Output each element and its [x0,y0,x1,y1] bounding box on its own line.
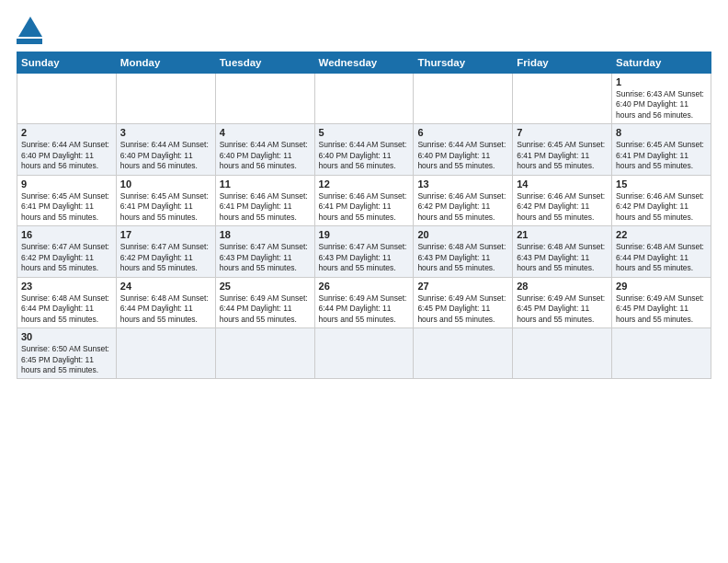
day-info: Sunrise: 6:46 AM Sunset: 6:41 PM Dayligh… [319,191,410,223]
day-number: 13 [417,178,508,190]
day-info: Sunrise: 6:48 AM Sunset: 6:44 PM Dayligh… [616,242,707,273]
day-info: Sunrise: 6:44 AM Sunset: 6:40 PM Dayligh… [120,140,211,171]
day-number: 15 [616,178,707,190]
day-info: Sunrise: 6:45 AM Sunset: 6:41 PM Dayligh… [517,140,608,171]
header [17,15,711,44]
day-number: 1 [616,76,707,87]
calendar-cell [414,328,513,379]
calendar-cell: 22Sunrise: 6:48 AM Sunset: 6:44 PM Dayli… [612,226,711,277]
calendar-cell: 6Sunrise: 6:44 AM Sunset: 6:40 PM Daylig… [414,124,513,175]
day-info: Sunrise: 6:46 AM Sunset: 6:42 PM Dayligh… [616,191,707,223]
calendar-cell: 5Sunrise: 6:44 AM Sunset: 6:40 PM Daylig… [314,124,414,175]
day-info: Sunrise: 6:45 AM Sunset: 6:41 PM Dayligh… [120,191,211,223]
page: Sunday Monday Tuesday Wednesday Thursday… [0,0,728,563]
day-info: Sunrise: 6:48 AM Sunset: 6:43 PM Dayligh… [417,242,508,273]
header-friday: Friday [513,52,612,74]
header-tuesday: Tuesday [215,52,314,74]
calendar-cell: 12Sunrise: 6:46 AM Sunset: 6:41 PM Dayli… [314,175,414,225]
day-info: Sunrise: 6:46 AM Sunset: 6:42 PM Dayligh… [417,191,508,223]
calendar-cell: 20Sunrise: 6:48 AM Sunset: 6:43 PM Dayli… [414,226,513,277]
header-sunday: Sunday [17,52,117,74]
calendar-cell [513,328,612,379]
day-info: Sunrise: 6:49 AM Sunset: 6:45 PM Dayligh… [616,293,707,325]
calendar-table: Sunday Monday Tuesday Wednesday Thursday… [17,52,711,379]
day-info: Sunrise: 6:44 AM Sunset: 6:40 PM Dayligh… [319,140,410,171]
day-number: 29 [616,281,707,292]
day-info: Sunrise: 6:45 AM Sunset: 6:41 PM Dayligh… [616,140,707,171]
header-wednesday: Wednesday [314,52,414,74]
day-number: 5 [319,127,410,138]
calendar-cell: 11Sunrise: 6:46 AM Sunset: 6:41 PM Dayli… [215,175,314,225]
day-info: Sunrise: 6:48 AM Sunset: 6:43 PM Dayligh… [517,242,608,273]
day-info: Sunrise: 6:47 AM Sunset: 6:42 PM Dayligh… [21,242,112,273]
calendar-cell: 15Sunrise: 6:46 AM Sunset: 6:42 PM Dayli… [612,175,711,225]
day-number: 25 [220,281,311,292]
day-info: Sunrise: 6:49 AM Sunset: 6:45 PM Dayligh… [417,293,508,325]
day-number: 14 [517,178,608,190]
calendar-cell [513,74,612,124]
logo [17,15,48,44]
calendar-cell: 28Sunrise: 6:49 AM Sunset: 6:45 PM Dayli… [513,277,612,327]
day-number: 21 [517,229,608,240]
calendar-cell [314,328,414,379]
day-info: Sunrise: 6:49 AM Sunset: 6:44 PM Dayligh… [220,293,311,325]
calendar-cell: 9Sunrise: 6:45 AM Sunset: 6:41 PM Daylig… [17,175,117,225]
day-number: 3 [120,127,211,138]
calendar-cell: 26Sunrise: 6:49 AM Sunset: 6:44 PM Dayli… [314,277,414,327]
calendar-row: 9Sunrise: 6:45 AM Sunset: 6:41 PM Daylig… [17,175,711,225]
day-info: Sunrise: 6:44 AM Sunset: 6:40 PM Dayligh… [21,140,112,171]
day-number: 17 [120,229,211,240]
day-info: Sunrise: 6:46 AM Sunset: 6:42 PM Dayligh… [517,191,608,223]
day-number: 12 [319,178,410,190]
calendar-cell: 7Sunrise: 6:45 AM Sunset: 6:41 PM Daylig… [513,124,612,175]
calendar-cell [215,74,314,124]
header-monday: Monday [116,52,215,74]
day-number: 26 [319,281,410,292]
calendar-row: 2Sunrise: 6:44 AM Sunset: 6:40 PM Daylig… [17,124,711,175]
calendar-cell [116,328,215,379]
day-number: 20 [417,229,508,240]
calendar-cell: 2Sunrise: 6:44 AM Sunset: 6:40 PM Daylig… [17,124,117,175]
day-number: 23 [21,281,112,292]
day-number: 6 [417,127,508,138]
header-saturday: Saturday [612,52,711,74]
day-number: 11 [220,178,311,190]
day-number: 8 [616,127,707,138]
day-info: Sunrise: 6:43 AM Sunset: 6:40 PM Dayligh… [616,89,707,121]
day-info: Sunrise: 6:50 AM Sunset: 6:45 PM Dayligh… [21,344,112,375]
calendar-cell: 4Sunrise: 6:44 AM Sunset: 6:40 PM Daylig… [215,124,314,175]
logo-icon [17,15,42,44]
calendar-cell [17,74,117,124]
calendar-cell: 8Sunrise: 6:45 AM Sunset: 6:41 PM Daylig… [612,124,711,175]
day-info: Sunrise: 6:45 AM Sunset: 6:41 PM Dayligh… [21,191,112,223]
calendar-cell: 14Sunrise: 6:46 AM Sunset: 6:42 PM Dayli… [513,175,612,225]
calendar-cell: 30Sunrise: 6:50 AM Sunset: 6:45 PM Dayli… [17,328,117,379]
day-number: 24 [120,281,211,292]
day-number: 22 [616,229,707,240]
day-info: Sunrise: 6:47 AM Sunset: 6:42 PM Dayligh… [120,242,211,273]
calendar-cell [612,328,711,379]
day-info: Sunrise: 6:46 AM Sunset: 6:41 PM Dayligh… [220,191,311,223]
day-number: 10 [120,178,211,190]
day-info: Sunrise: 6:48 AM Sunset: 6:44 PM Dayligh… [120,293,211,325]
day-info: Sunrise: 6:48 AM Sunset: 6:44 PM Dayligh… [21,293,112,325]
calendar-cell: 17Sunrise: 6:47 AM Sunset: 6:42 PM Dayli… [116,226,215,277]
day-number: 30 [21,331,112,342]
day-number: 9 [21,178,112,190]
day-number: 18 [220,229,311,240]
weekday-header-row: Sunday Monday Tuesday Wednesday Thursday… [17,52,711,74]
logo-triangle-icon [18,17,42,37]
day-info: Sunrise: 6:49 AM Sunset: 6:44 PM Dayligh… [319,293,410,325]
calendar-cell: 1Sunrise: 6:43 AM Sunset: 6:40 PM Daylig… [612,74,711,124]
day-number: 28 [517,281,608,292]
calendar-cell [116,74,215,124]
calendar-cell: 3Sunrise: 6:44 AM Sunset: 6:40 PM Daylig… [116,124,215,175]
day-info: Sunrise: 6:44 AM Sunset: 6:40 PM Dayligh… [417,140,508,171]
calendar-cell [314,74,414,124]
day-info: Sunrise: 6:47 AM Sunset: 6:43 PM Dayligh… [319,242,410,273]
calendar-cell: 19Sunrise: 6:47 AM Sunset: 6:43 PM Dayli… [314,226,414,277]
day-number: 7 [517,127,608,138]
calendar-cell: 23Sunrise: 6:48 AM Sunset: 6:44 PM Dayli… [17,277,117,327]
calendar-row: 1Sunrise: 6:43 AM Sunset: 6:40 PM Daylig… [17,74,711,124]
day-number: 27 [417,281,508,292]
